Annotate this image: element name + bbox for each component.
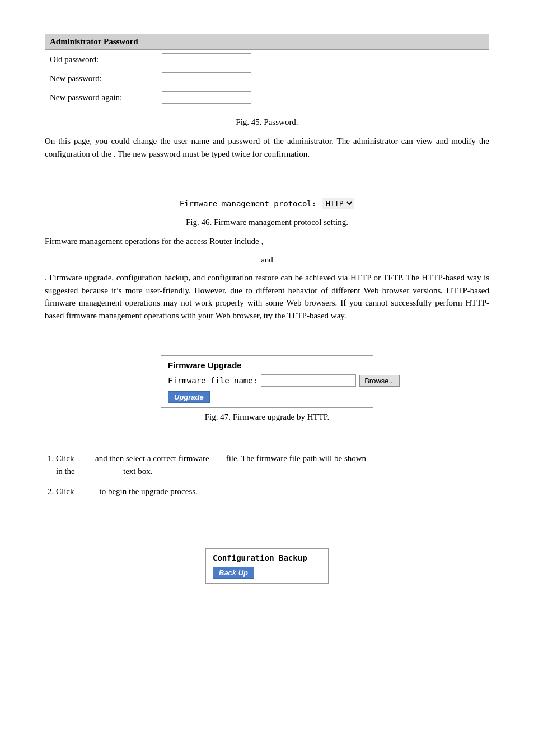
firmware-upgrade-box: Firmware Upgrade Firmware file name: Bro…: [161, 355, 373, 408]
fig45-caption: Fig. 45. Password.: [45, 118, 489, 127]
firmware-protocol-container: Firmware management protocol: HTTP TFTP: [45, 194, 489, 213]
upgrade-button[interactable]: Upgrade: [168, 391, 210, 403]
firmware-upgrade-btn-row: Upgrade: [168, 391, 366, 403]
fig47-caption: Fig. 47. Firmware upgrade by HTTP.: [45, 412, 489, 422]
firmware-protocol-label: Firmware management protocol:: [180, 199, 316, 208]
config-backup-title: Configuration Backup: [213, 553, 321, 562]
paragraph2-line1: Firmware management operations for the a…: [45, 235, 489, 248]
firmware-file-name-input[interactable]: [261, 374, 356, 387]
paragraph2-line3: . Firmware upgrade, configuration backup…: [45, 271, 489, 322]
fig46-caption: Fig. 46. Firmware management protocol se…: [45, 218, 489, 227]
browse-button[interactable]: Browse...: [359, 375, 400, 387]
firmware-upgrade-container: Firmware Upgrade Firmware file name: Bro…: [45, 355, 489, 408]
new-password-label: New password:: [45, 69, 157, 88]
list-item-2-text: Click to begin the upgrade process.: [56, 487, 198, 496]
paragraph1: On this page, you could change the user …: [45, 135, 489, 160]
config-backup-container: Configuration Backup Back Up: [45, 548, 489, 584]
new-password-again-input[interactable]: [162, 91, 251, 104]
old-password-input[interactable]: [162, 53, 251, 65]
firmware-upgrade-file-row: Firmware file name: Browse...: [168, 374, 366, 387]
steps-list: Click and then select a correct firmware…: [45, 452, 489, 498]
list-item-1: Click and then select a correct firmware…: [56, 452, 489, 477]
firmware-protocol-select[interactable]: HTTP TFTP: [322, 198, 354, 209]
admin-password-table: Administrator Password Old password: New…: [45, 34, 489, 107]
new-password-again-label: New password again:: [45, 88, 157, 107]
paragraph2-line2: and: [45, 253, 489, 266]
admin-password-title: Administrator Password: [45, 34, 489, 50]
old-password-label: Old password:: [45, 50, 157, 69]
backup-button[interactable]: Back Up: [213, 567, 254, 579]
list-item-1-text: Click and then select a correct firmware…: [56, 454, 366, 476]
new-password-input[interactable]: [162, 72, 251, 84]
firmware-upgrade-title: Firmware Upgrade: [168, 360, 366, 370]
list-item-2: Click to begin the upgrade process.: [56, 485, 489, 498]
firmware-protocol-box: Firmware management protocol: HTTP TFTP: [174, 194, 360, 213]
backup-btn-row: Back Up: [213, 567, 321, 579]
firmware-file-name-label: Firmware file name:: [168, 376, 257, 385]
config-backup-box: Configuration Backup Back Up: [205, 548, 329, 584]
